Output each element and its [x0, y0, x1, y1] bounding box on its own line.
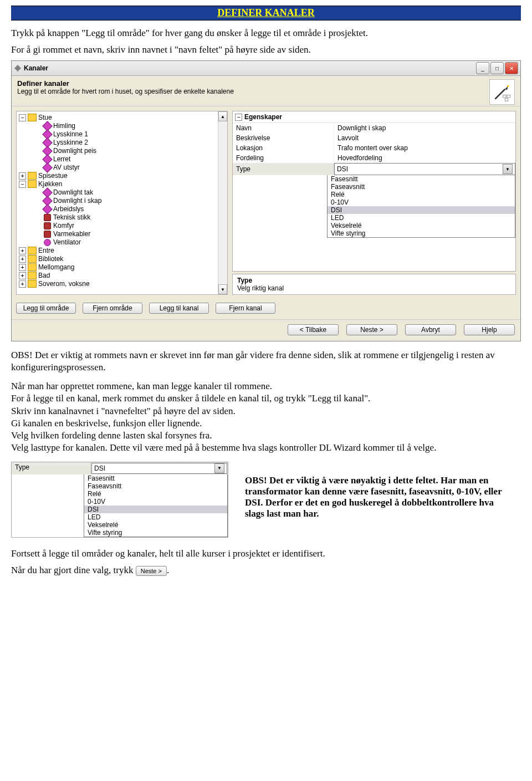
mini-type-option[interactable]: LED	[84, 513, 227, 521]
chevron-down-icon[interactable]: ▼	[214, 463, 224, 473]
expand-icon[interactable]: +	[19, 172, 26, 180]
expand-icon[interactable]: +	[19, 256, 26, 263]
tree-channel[interactable]: Teknisk stikk	[19, 213, 226, 222]
mini-type-option[interactable]: Relé	[84, 490, 227, 498]
type-option[interactable]: LED	[328, 214, 515, 222]
tree-channel[interactable]: Himling	[19, 122, 226, 130]
definer-header: Definer kanaler Legg til et område for h…	[12, 76, 520, 106]
type-option[interactable]: Vekselrelé	[328, 222, 515, 229]
type-option[interactable]: Faseavsnitt	[328, 183, 515, 191]
tree-room-label: Stue	[38, 114, 52, 121]
mini-type-label: Type	[12, 462, 91, 474]
tree-channel[interactable]: Arbeidslys	[19, 205, 226, 213]
mini-type-list[interactable]: FasesnittFaseavsnittRelé0-10VDSILEDVekse…	[84, 474, 228, 537]
type-option[interactable]: Relé	[328, 191, 515, 198]
mini-type-dropdown[interactable]: DSI ▼	[91, 463, 227, 474]
tree-channel[interactable]: Downlight tak	[19, 188, 226, 197]
type-value: DSI	[337, 165, 348, 173]
expand-icon[interactable]: +	[19, 264, 26, 271]
mini-type-option[interactable]: DSI	[84, 506, 227, 513]
closing-text-a: Når du har gjort dine valg, trykk	[11, 565, 133, 575]
mini-type-option[interactable]: 0-10V	[84, 498, 227, 506]
tree[interactable]: −StueHimlingLysskinne 1Lysskinne 2Downli…	[17, 111, 227, 290]
power-icon	[44, 222, 51, 229]
maximize-button[interactable]: □	[490, 62, 504, 74]
room-icon	[28, 272, 37, 279]
scroll-down-icon[interactable]: ▼	[218, 284, 227, 294]
tree-room[interactable]: +Spisestue	[19, 172, 226, 180]
tree-room[interactable]: −Stue	[19, 114, 226, 122]
wizard-nav-row: < Tilbake Neste > Avbryt Hjelp	[12, 319, 520, 341]
mini-type-panel: Type DSI ▼ FasesnittFaseavsnittRelé0-10V…	[11, 462, 228, 538]
expand-icon[interactable]: +	[19, 280, 26, 288]
type-dropdown-list[interactable]: FasesnittFaseavsnittRelé0-10VDSILEDVekse…	[327, 175, 515, 238]
chevron-down-icon[interactable]: ▼	[503, 164, 513, 174]
tree-room[interactable]: +Mellomgang	[19, 263, 226, 272]
tree-channel[interactable]: Varmekabler	[19, 230, 226, 238]
remove-channel-button[interactable]: Fjern kanal	[216, 303, 275, 314]
property-value[interactable]: Trafo montert over skap	[334, 143, 515, 153]
mini-type-option[interactable]: Vifte styring	[84, 529, 227, 537]
tree-scrollbar[interactable]: ▲ ▼	[218, 111, 227, 294]
type-option[interactable]: 0-10V	[328, 198, 515, 206]
tree-channel-label: Varmekabler	[53, 230, 90, 238]
tree-room[interactable]: +Bad	[19, 272, 226, 280]
tree-channel[interactable]: Komfyr	[19, 222, 226, 230]
mini-type-option[interactable]: Fasesnitt	[84, 474, 227, 482]
collapse-icon[interactable]: −	[19, 114, 26, 121]
wizard-icon	[489, 79, 515, 105]
close-button[interactable]: ✕	[505, 62, 518, 74]
closing-para-1: Fortsett å legge til områder og kanaler,…	[11, 548, 521, 560]
scroll-up-icon[interactable]: ▲	[218, 111, 227, 121]
tree-room-label: Bad	[38, 272, 50, 279]
tree-channel[interactable]: Lerret	[19, 155, 226, 164]
tree-channel[interactable]: Ventilator	[19, 238, 226, 247]
property-label: Lokasjon	[233, 143, 334, 153]
power-icon	[44, 214, 51, 221]
expand-icon[interactable]: +	[19, 272, 26, 279]
cancel-button[interactable]: Avbryt	[405, 324, 456, 335]
mini-type-option[interactable]: Faseavsnitt	[84, 482, 227, 490]
type-dropdown[interactable]: DSI ▼	[334, 163, 515, 175]
properties-panel: − Egenskaper NavnDownlight i skapBeskriv…	[232, 111, 516, 272]
after-para-3: For å legge til en kanal, merk rommet du…	[11, 392, 521, 405]
help-button[interactable]: Hjelp	[464, 324, 515, 335]
property-label: Beskrivelse	[233, 133, 334, 143]
remove-area-button[interactable]: Fjern område	[83, 303, 142, 314]
tree-room[interactable]: +Bibliotek	[19, 255, 226, 263]
type-option[interactable]: Fasesnitt	[328, 175, 515, 183]
tree-room[interactable]: +Soverom, voksne	[19, 280, 226, 288]
collapse-icon[interactable]: −	[19, 181, 26, 188]
section-header: DEFINER KANALER	[11, 6, 521, 21]
minimize-button[interactable]: _	[476, 62, 489, 74]
expand-icon[interactable]: +	[19, 247, 26, 254]
tree-room-label: Soverom, voksne	[38, 280, 90, 288]
type-option[interactable]: Vifte styring	[328, 229, 515, 237]
property-value[interactable]: Downlight i skap	[334, 123, 515, 133]
collapse-icon[interactable]: −	[235, 114, 242, 121]
property-value[interactable]: Hovedfordeling	[334, 153, 515, 163]
tree-room[interactable]: +Entre	[19, 247, 226, 255]
mini-type-option[interactable]: Vekselrelé	[84, 521, 227, 529]
inline-next-button[interactable]: Neste >	[136, 566, 167, 576]
property-row: BeskrivelseLavvolt	[233, 133, 515, 143]
tree-channel[interactable]: Lysskinne 2	[19, 139, 226, 147]
type-option[interactable]: DSI	[328, 206, 515, 214]
add-area-button[interactable]: Legg til område	[16, 303, 76, 314]
intro-para-1: Trykk på knappen "Legg til område" for h…	[11, 27, 521, 39]
tree-channel-label: Teknisk stikk	[53, 213, 90, 221]
property-value[interactable]: Lavvolt	[334, 133, 515, 143]
add-channel-button[interactable]: Legg til kanal	[149, 303, 209, 314]
property-label: Fordeling	[233, 153, 334, 163]
tree-pane: −StueHimlingLysskinne 1Lysskinne 2Downli…	[16, 111, 228, 295]
after-para-4: Skriv inn kanalnavnet i "navnefeltet" på…	[11, 405, 521, 417]
tree-channel[interactable]: AV utstyr	[19, 164, 226, 172]
next-button[interactable]: Neste >	[346, 324, 397, 335]
after-para-5: Gi kanalen en beskrivelse, funksjon elle…	[11, 417, 521, 430]
tree-channel[interactable]: Lysskinne 1	[19, 130, 226, 139]
tree-channel[interactable]: Downlight i skap	[19, 197, 226, 205]
type-help-desc: Velg riktig kanal	[237, 284, 284, 292]
tree-channel[interactable]: Downlight peis	[19, 147, 226, 155]
back-button[interactable]: < Tilbake	[288, 324, 339, 335]
tree-room[interactable]: −Kjøkken	[19, 180, 226, 188]
